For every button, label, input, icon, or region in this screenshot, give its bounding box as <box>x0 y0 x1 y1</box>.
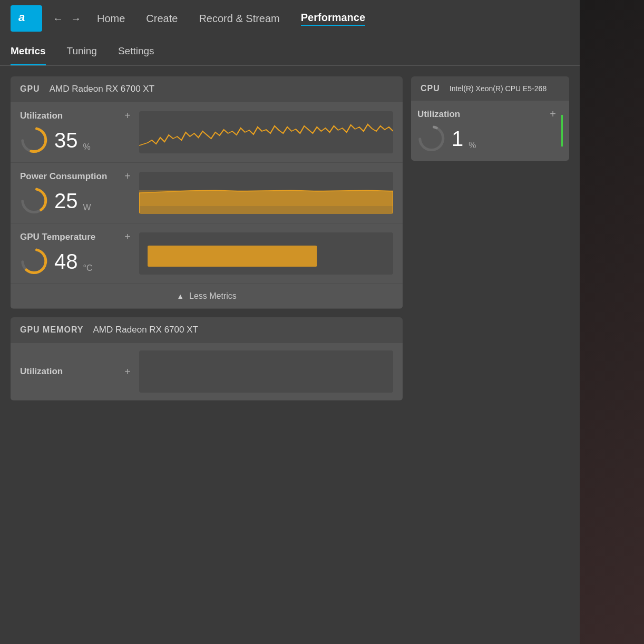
gpu-utilization-label: Utilization <box>20 111 63 121</box>
title-bar: a ← → Home Create Record & Stream Perfor… <box>0 0 580 37</box>
gpu-memory-utilization-chart <box>139 350 393 393</box>
nav-create[interactable]: Create <box>146 13 178 25</box>
gpu-temp-gauge <box>20 247 49 276</box>
cpu-utilization-row: Utilization + 1 % <box>411 101 569 161</box>
gpu-utilization-add[interactable]: + <box>124 110 131 122</box>
gpu-power-unit: W <box>83 203 91 212</box>
cpu-utilization-gauge <box>417 124 446 153</box>
gpu-utilization-unit: % <box>83 142 91 152</box>
gpu-memory-device: AMD Radeon RX 6700 XT <box>93 325 198 335</box>
gpu-utilization-row: Utilization + 35 % <box>11 102 403 162</box>
tab-settings[interactable]: Settings <box>118 37 154 65</box>
gpu-temp-row: GPU Temperature + 48 °C <box>11 223 403 284</box>
tabs-bar: Metrics Tuning Settings <box>0 37 580 66</box>
nav-items: Home Create Record & Stream Performance <box>97 12 365 26</box>
nav-home[interactable]: Home <box>97 13 125 25</box>
gpu-power-chart <box>139 172 393 214</box>
gpu-memory-header: GPU Memory AMD Radeon RX 6700 XT <box>11 317 403 343</box>
truncate-right <box>553 76 569 101</box>
cpu-utilization-value: 1 <box>452 127 463 151</box>
nav-performance[interactable]: Performance <box>301 12 365 26</box>
cpu-green-indicator <box>561 115 563 147</box>
tab-metrics[interactable]: Metrics <box>11 37 46 65</box>
amd-logo-text: a <box>16 8 37 29</box>
gpu-memory-utilization-row: Utilization + <box>11 343 403 400</box>
left-panel: GPU AMD Radeon RX 6700 XT Utilization + <box>11 76 403 633</box>
app-container: a ← → Home Create Record & Stream Perfor… <box>0 0 580 644</box>
gpu-card-header: GPU AMD Radeon RX 6700 XT <box>11 76 403 102</box>
gpu-power-value-container: 25 W <box>20 187 131 216</box>
gpu-temp-label: GPU Temperature <box>20 232 95 242</box>
cpu-label: CPU <box>421 84 440 93</box>
gpu-temp-add[interactable]: + <box>124 231 131 243</box>
gpu-power-add[interactable]: + <box>124 170 131 182</box>
gpu-power-gauge <box>20 187 49 216</box>
gpu-temp-value: 48 <box>54 250 78 274</box>
cpu-device: Intel(R) Xeon(R) CPU E5-268 <box>450 84 547 93</box>
amd-logo: a <box>11 5 42 32</box>
nav-record-stream[interactable]: Record & Stream <box>199 13 279 25</box>
right-panel: CPU Intel(R) Xeon(R) CPU E5-268 Utilizat… <box>411 76 569 633</box>
gpu-memory-label: GPU Memory <box>20 325 84 335</box>
gpu-utilization-gauge <box>20 126 49 155</box>
gpu-utilization-chart <box>139 111 393 153</box>
cpu-utilization-value-container: 1 % <box>417 124 556 153</box>
gpu-memory-utilization-label: Utilization <box>20 366 63 377</box>
forward-button[interactable]: → <box>71 13 81 25</box>
less-metrics-label: Less Metrics <box>189 291 237 301</box>
gpu-card: GPU AMD Radeon RX 6700 XT Utilization + <box>11 76 403 309</box>
cpu-utilization-label: Utilization <box>417 109 460 120</box>
main-content: GPU AMD Radeon RX 6700 XT Utilization + <box>0 66 580 644</box>
gpu-utilization-value: 35 <box>54 129 78 152</box>
gpu-memory-utilization-add[interactable]: + <box>124 366 131 378</box>
cpu-card: CPU Intel(R) Xeon(R) CPU E5-268 Utilizat… <box>411 76 569 161</box>
gpu-power-label: Power Consumption <box>20 171 107 182</box>
gpu-utilization-value-container: 35 % <box>20 126 131 155</box>
gpu-temp-chart <box>139 232 393 275</box>
gpu-temp-unit: °C <box>83 264 93 273</box>
cpu-utilization-add[interactable]: + <box>550 108 556 120</box>
gpu-memory-card: GPU Memory AMD Radeon RX 6700 XT Utiliza… <box>11 317 403 401</box>
cpu-card-header: CPU Intel(R) Xeon(R) CPU E5-268 <box>411 76 569 101</box>
back-button[interactable]: ← <box>53 13 63 25</box>
nav-arrows: ← → <box>53 13 81 25</box>
tab-tuning[interactable]: Tuning <box>67 37 97 65</box>
less-metrics-button[interactable]: ▲ Less Metrics <box>11 284 403 308</box>
svg-text:a: a <box>18 11 25 24</box>
gpu-label: GPU <box>20 84 40 94</box>
gpu-power-value: 25 <box>54 189 78 213</box>
cpu-utilization-unit: % <box>469 141 476 150</box>
gpu-power-row: Power Consumption + 25 W <box>11 163 403 223</box>
chevron-up-icon: ▲ <box>177 292 184 300</box>
gpu-temp-value-container: 48 °C <box>20 247 131 276</box>
gpu-device: AMD Radeon RX 6700 XT <box>50 84 154 94</box>
svg-rect-3 <box>148 246 317 267</box>
